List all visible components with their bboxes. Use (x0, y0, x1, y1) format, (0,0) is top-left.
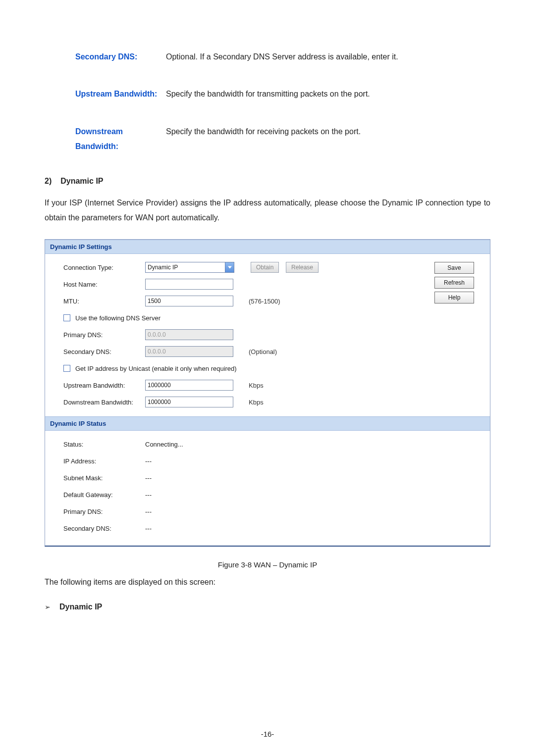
refresh-button[interactable]: Refresh (434, 277, 474, 289)
section-number: 2) (45, 177, 52, 186)
figure-caption: Figure 3-8 WAN – Dynamic IP (45, 560, 490, 569)
sdns-value: --- (145, 525, 152, 532)
primary-dns-label: Primary DNS: (51, 331, 145, 339)
release-button[interactable]: Release (286, 262, 319, 273)
status-value: Connecting... (145, 441, 183, 448)
use-dns-label: Use the following DNS Server (75, 314, 160, 322)
conn-type-select[interactable]: Dynamic IP (145, 262, 234, 273)
primary-dns-input[interactable]: 0.0.0.0 (145, 329, 233, 340)
def-upstream-bw-label: Upstream Bandwidth: (45, 87, 166, 101)
bullet-title: Dynamic IP (59, 603, 102, 611)
unicast-checkbox[interactable] (63, 365, 70, 372)
chevron-down-icon (225, 262, 234, 272)
mask-value: --- (145, 474, 152, 482)
secondary-dns-note: (Optional) (242, 348, 277, 355)
pdns-value: --- (145, 508, 152, 515)
save-button[interactable]: Save (434, 262, 474, 274)
down-bw-unit: Kbps (242, 399, 264, 406)
page-number: -16- (0, 730, 535, 738)
def-downstream-bw-label: Downstream Bandwidth: (45, 124, 166, 154)
status-strip: Dynamic IP Status (45, 416, 490, 431)
settings-strip: Dynamic IP Settings (45, 240, 490, 254)
bullet-arrow-icon: ➢ (45, 603, 51, 611)
down-bw-input[interactable]: 1000000 (145, 397, 233, 407)
up-bw-label: Upstream Bandwidth: (51, 382, 145, 389)
mtu-input[interactable]: 1500 (145, 296, 233, 306)
ip-value: --- (145, 457, 152, 465)
unicast-label: Get IP address by Unicast (enable it onl… (75, 365, 237, 372)
secondary-dns-label: Secondary DNS: (51, 348, 145, 355)
dynamic-ip-panel: Dynamic IP Settings Connection Type: Dyn… (45, 239, 490, 547)
up-bw-unit: Kbps (242, 382, 264, 389)
status-label: Status: (51, 441, 145, 448)
sdns-label: Secondary DNS: (51, 525, 145, 532)
host-name-input[interactable] (145, 279, 233, 290)
mask-label: Subnet Mask: (51, 474, 145, 482)
up-bw-input[interactable]: 1000000 (145, 380, 233, 391)
obtain-button[interactable]: Obtain (251, 262, 279, 273)
mtu-note: (576-1500) (242, 298, 280, 305)
gw-value: --- (145, 491, 152, 499)
section-paragraph: If your ISP (Internet Service Provider) … (45, 196, 490, 226)
def-secondary-dns-text: Optional. If a Secondary DNS Server addr… (166, 50, 490, 64)
secondary-dns-input[interactable]: 0.0.0.0 (145, 346, 233, 357)
conn-type-label: Connection Type: (51, 264, 145, 271)
ip-label: IP Address: (51, 457, 145, 465)
after-caption: The following items are displayed on thi… (45, 578, 490, 587)
conn-type-value: Dynamic IP (148, 264, 178, 271)
down-bw-label: Downstream Bandwidth: (51, 399, 145, 406)
def-upstream-bw-text: Specify the bandwidth for transmitting p… (166, 87, 490, 101)
def-secondary-dns-label: Secondary DNS: (45, 50, 166, 64)
host-name-label: Host Name: (51, 281, 145, 288)
use-dns-checkbox[interactable] (63, 314, 70, 321)
pdns-label: Primary DNS: (51, 508, 145, 515)
gw-label: Default Gateway: (51, 491, 145, 499)
help-button[interactable]: Help (434, 292, 474, 303)
mtu-label: MTU: (51, 298, 145, 305)
section-title: Dynamic IP (60, 177, 103, 186)
def-downstream-bw-text: Specify the bandwidth for receiving pack… (166, 124, 490, 154)
